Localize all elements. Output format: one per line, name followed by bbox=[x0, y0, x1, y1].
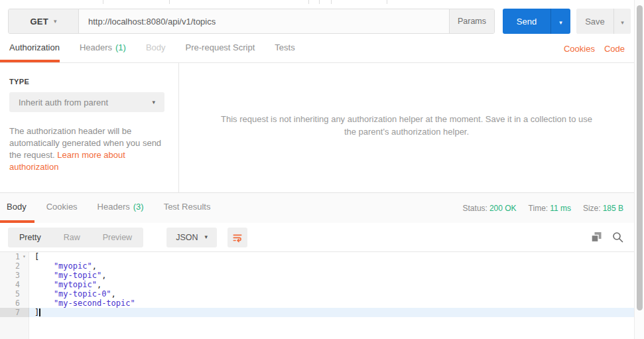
response-tab-cookies[interactable]: Cookies bbox=[46, 193, 78, 223]
status-item: Status:200 OK bbox=[463, 204, 517, 213]
save-options-button[interactable]: ▾ bbox=[613, 9, 631, 34]
request-tabs: Authorization Headers (1) Body Pre-reque… bbox=[0, 34, 634, 63]
status-value: 200 OK bbox=[489, 204, 517, 213]
editor-empty-area bbox=[29, 317, 634, 339]
params-button[interactable]: Params bbox=[449, 9, 494, 33]
code-line: "my-second-topic" bbox=[29, 299, 634, 308]
editor-gutter-cell[interactable]: 7 bbox=[0, 308, 29, 317]
tab-body[interactable]: Body bbox=[146, 34, 166, 62]
type-label: TYPE bbox=[9, 78, 164, 86]
line-number: 5 bbox=[0, 289, 20, 299]
spacer bbox=[230, 193, 462, 223]
editor-gutter bbox=[0, 317, 29, 339]
response-tab-body[interactable]: Body bbox=[0, 193, 34, 223]
editor-gutter-cell[interactable]: 5 bbox=[0, 289, 29, 299]
view-mode-switcher: Pretty Raw Preview bbox=[8, 228, 143, 247]
tab-separator bbox=[319, 0, 320, 4]
copy-button[interactable] bbox=[588, 229, 605, 246]
code-line: "my-topic", bbox=[29, 271, 634, 280]
tab-label: Cookies bbox=[46, 202, 78, 212]
response-tab-headers[interactable]: Headers (3) bbox=[97, 193, 144, 223]
code-link[interactable]: Code bbox=[604, 44, 625, 54]
response-headers-count-badge: (3) bbox=[133, 202, 144, 212]
status-label: Status: bbox=[463, 204, 487, 213]
format-value: JSON bbox=[176, 233, 198, 242]
token-punct: [ bbox=[34, 252, 39, 261]
editor-gutter-cell[interactable]: 3 bbox=[0, 271, 29, 280]
token-string: "my-topic" bbox=[34, 271, 101, 280]
editor-gutter-cell[interactable]: 1 ▾ bbox=[0, 252, 29, 261]
chevron-down-icon: ▾ bbox=[204, 234, 208, 240]
auth-description: The authorization header will be automat… bbox=[9, 125, 167, 173]
editor-gutter-cell[interactable]: 2 bbox=[0, 261, 29, 271]
size-label: Size: bbox=[583, 204, 601, 213]
top-links: Cookies Code bbox=[564, 34, 634, 62]
editor-line: 4 "mytopic", bbox=[0, 280, 634, 289]
line-number: 3 bbox=[0, 271, 20, 280]
auth-type-column: TYPE Inherit auth from parent ▾ The auth… bbox=[0, 63, 179, 192]
code-line: ] bbox=[29, 308, 634, 317]
auth-type-value: Inherit auth from parent bbox=[19, 98, 152, 107]
response-toolbar: Pretty Raw Preview JSON ▾ bbox=[0, 223, 634, 252]
editor-line-active: 7 ] bbox=[0, 308, 634, 317]
search-button[interactable] bbox=[609, 229, 626, 246]
code-line: [ bbox=[29, 252, 634, 261]
main-content: GET ▾ Params Send ▾ Save ▾ Authorization… bbox=[0, 0, 634, 339]
fold-spacer bbox=[20, 308, 29, 317]
copy-icon bbox=[591, 232, 602, 243]
auth-type-dropdown[interactable]: Inherit auth from parent ▾ bbox=[9, 92, 164, 112]
editor-gutter-cell[interactable]: 4 bbox=[0, 280, 29, 289]
response-status-bar: Status:200 OK Time:11 ms Size:185 B bbox=[463, 193, 634, 223]
code-line: "myopic", bbox=[29, 261, 634, 271]
response-body-editor[interactable]: 1 ▾ [ 2 "myopic", 3 "my-topic", 4 "mytop… bbox=[0, 252, 634, 339]
tab-authorization[interactable]: Authorization bbox=[0, 34, 60, 62]
scrollbar-thumb[interactable] bbox=[637, 5, 643, 310]
token-string: "myopic" bbox=[34, 261, 92, 271]
editor-line: 5 "my-topic-0", bbox=[0, 289, 634, 299]
spacer bbox=[315, 34, 564, 62]
editor-filler bbox=[0, 317, 634, 339]
send-button-group: Send ▾ bbox=[503, 9, 570, 34]
size-item: Size:185 B bbox=[583, 204, 623, 213]
tab-tests[interactable]: Tests bbox=[275, 34, 294, 62]
tab-separator bbox=[169, 0, 170, 4]
code-line: "my-topic-0", bbox=[29, 289, 634, 299]
chevron-down-icon: ▾ bbox=[152, 100, 155, 105]
editor-gutter-cell[interactable]: 6 bbox=[0, 299, 29, 308]
line-number: 1 bbox=[0, 252, 20, 261]
postman-app: GET ▾ Params Send ▾ Save ▾ Authorization… bbox=[0, 0, 644, 339]
view-mode-preview[interactable]: Preview bbox=[92, 228, 143, 247]
view-mode-raw[interactable]: Raw bbox=[52, 228, 92, 247]
text-cursor bbox=[39, 308, 40, 316]
send-button[interactable]: Send bbox=[503, 9, 550, 34]
fold-arrow-icon[interactable]: ▾ bbox=[20, 252, 29, 261]
save-button-group: Save ▾ bbox=[576, 9, 631, 34]
send-options-button[interactable]: ▾ bbox=[550, 9, 570, 34]
tab-headers[interactable]: Headers (1) bbox=[80, 34, 126, 62]
tab-separator bbox=[308, 0, 309, 4]
window-tabbar-remnant bbox=[0, 0, 634, 8]
tab-pre-request-script[interactable]: Pre-request Script bbox=[186, 34, 255, 62]
time-label: Time: bbox=[529, 204, 548, 213]
format-dropdown[interactable]: JSON ▾ bbox=[166, 228, 217, 247]
line-number: 4 bbox=[0, 280, 20, 289]
token-string: "mytopic" bbox=[34, 280, 97, 289]
url-input[interactable] bbox=[79, 9, 449, 33]
method-dropdown[interactable]: GET ▾ bbox=[9, 9, 79, 33]
chevron-down-icon: ▾ bbox=[559, 19, 562, 26]
fold-spacer bbox=[20, 280, 29, 289]
headers-count-badge: (1) bbox=[115, 42, 126, 52]
fold-spacer bbox=[20, 289, 29, 299]
request-bar: GET ▾ Params Send ▾ Save ▾ bbox=[0, 8, 634, 34]
response-tab-test-results[interactable]: Test Results bbox=[164, 193, 211, 223]
vertical-scrollbar[interactable] bbox=[634, 0, 644, 339]
size-value: 185 B bbox=[603, 204, 623, 213]
response-header: Body Cookies Headers (3) Test Results St… bbox=[0, 192, 634, 223]
tab-label: Body bbox=[146, 42, 166, 52]
tab-label: Headers bbox=[97, 202, 130, 212]
editor-line: 2 "myopic", bbox=[0, 261, 634, 271]
cookies-link[interactable]: Cookies bbox=[564, 44, 595, 54]
save-button[interactable]: Save bbox=[576, 9, 613, 34]
view-mode-pretty[interactable]: Pretty bbox=[8, 228, 52, 247]
wrap-text-button[interactable] bbox=[227, 228, 247, 247]
